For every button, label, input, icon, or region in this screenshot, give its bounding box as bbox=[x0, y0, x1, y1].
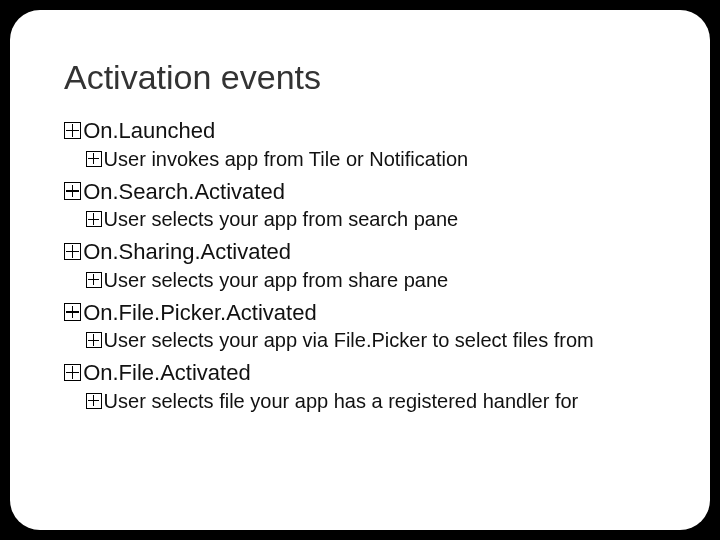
event-item: On.Search.Activated User selects your ap… bbox=[64, 178, 656, 233]
event-desc: User invokes app from Tile or Notificati… bbox=[104, 148, 469, 170]
bullet-icon bbox=[64, 303, 81, 320]
event-name: On.File.Picker.Activated bbox=[83, 300, 317, 325]
bullet-icon bbox=[64, 122, 81, 139]
event-desc-row: User invokes app from Tile or Notificati… bbox=[64, 147, 656, 172]
bullet-icon bbox=[64, 364, 81, 381]
bullet-icon bbox=[64, 182, 81, 199]
event-desc-row: User selects your app from share pane bbox=[64, 268, 656, 293]
event-name: On.Search.Activated bbox=[83, 179, 285, 204]
bullet-icon bbox=[86, 332, 102, 348]
event-name: On.Sharing.Activated bbox=[83, 239, 291, 264]
event-desc: User selects your app from search pane bbox=[104, 208, 459, 230]
event-desc-row: User selects your app from search pane bbox=[64, 207, 656, 232]
event-name-row: On.File.Activated bbox=[64, 359, 656, 387]
event-name-row: On.Search.Activated bbox=[64, 178, 656, 206]
event-item: On.Launched User invokes app from Tile o… bbox=[64, 117, 656, 172]
slide: Activation events On.Launched User invok… bbox=[10, 10, 710, 530]
bullet-icon bbox=[86, 211, 102, 227]
event-desc: User selects your app from share pane bbox=[104, 269, 449, 291]
event-name: On.Launched bbox=[83, 118, 215, 143]
bullet-icon bbox=[86, 393, 102, 409]
bullet-icon bbox=[86, 151, 102, 167]
slide-title: Activation events bbox=[64, 58, 656, 97]
event-name-row: On.File.Picker.Activated bbox=[64, 299, 656, 327]
bullet-icon bbox=[86, 272, 102, 288]
event-item: On.File.Activated User selects file your… bbox=[64, 359, 656, 414]
event-item: On.Sharing.Activated User selects your a… bbox=[64, 238, 656, 293]
event-desc: User selects file your app has a registe… bbox=[104, 390, 579, 412]
event-item: On.File.Picker.Activated User selects yo… bbox=[64, 299, 656, 354]
event-name-row: On.Sharing.Activated bbox=[64, 238, 656, 266]
event-desc-row: User selects file your app has a registe… bbox=[64, 389, 656, 414]
bullet-icon bbox=[64, 243, 81, 260]
event-desc: User selects your app via File.Picker to… bbox=[104, 329, 594, 351]
event-desc-row: User selects your app via File.Picker to… bbox=[64, 328, 656, 353]
event-name-row: On.Launched bbox=[64, 117, 656, 145]
event-name: On.File.Activated bbox=[83, 360, 251, 385]
